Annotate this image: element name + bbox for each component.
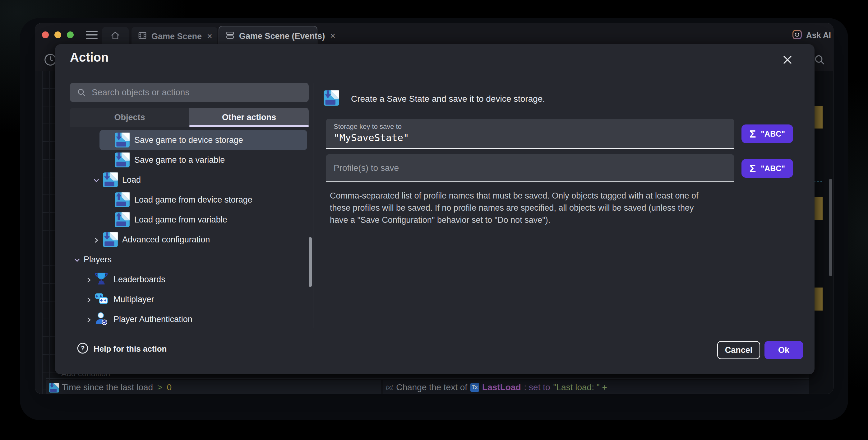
action-description: Create a Save State and save it to devic… [351, 94, 545, 104]
load-icon [114, 192, 130, 209]
tree-item-save-game-to-device-storage[interactable]: Save game to device storage [70, 131, 309, 150]
text-object-icon: Tx [470, 383, 479, 392]
save-icon [114, 132, 130, 149]
ok-button[interactable]: Ok [765, 341, 803, 359]
tree-item-label: Players [84, 255, 112, 264]
save-icon [102, 172, 119, 189]
tree-item-leaderboards[interactable]: Leaderboards [70, 271, 309, 289]
tab-objects[interactable]: Objects [70, 108, 189, 127]
event-row-divider [46, 378, 809, 379]
search-icon[interactable] [814, 54, 826, 66]
ask-ai-label: Ask AI [806, 30, 831, 40]
gamepad-icon [94, 291, 108, 307]
save-icon [102, 232, 119, 249]
selected-event-block [813, 106, 823, 128]
chevron-right-icon[interactable] [86, 297, 92, 303]
field-help-text: Comma-separated list of profile names th… [330, 190, 712, 226]
condition-value: 0 [167, 382, 172, 392]
tree-item-label: Load [122, 175, 141, 185]
tab-home[interactable] [102, 27, 129, 46]
traffic-light-close[interactable] [42, 31, 49, 38]
search-icon [77, 88, 86, 97]
tree-item-label: Save game to device storage [134, 135, 243, 145]
scene-icon [138, 31, 147, 42]
tree-item-label: Player Authentication [114, 315, 192, 324]
action-set-to: : set to [524, 382, 550, 392]
action-text-line: txt Change the text of Tx LastLoad : set… [386, 382, 607, 392]
tree-item-players[interactable]: Players [70, 251, 309, 269]
tree-item-advanced-configuration[interactable]: Advanced configuration [70, 231, 309, 250]
person-icon [94, 311, 108, 327]
action-object-name: LastLoad [482, 382, 521, 392]
selected-event-block [813, 288, 823, 311]
cancel-button[interactable]: Cancel [717, 341, 760, 359]
help-for-action-link[interactable]: ? Help for this action [77, 342, 167, 355]
storage-key-input[interactable] [334, 132, 719, 143]
tab-game-scene-events[interactable]: Game Scene (Events) ✕ [219, 26, 317, 46]
sigma-icon: Σ [749, 163, 756, 175]
tree-item-label: Multiplayer [114, 295, 154, 304]
question-icon: ? [77, 342, 89, 355]
tree-item-label: Load game from device storage [134, 195, 252, 205]
event-condition-cell[interactable]: Time since the last load > 0 [46, 380, 381, 393]
condition-text: Time since the last load [62, 382, 153, 392]
home-icon [111, 30, 120, 42]
tree-item-multiplayer[interactable]: Multiplayer [70, 291, 309, 309]
event-action-cell[interactable]: txt Change the text of Tx LastLoad : set… [383, 380, 809, 393]
tree-item-label: Save game to a variable [134, 155, 225, 165]
tree-item-load[interactable]: Load [70, 171, 309, 190]
traffic-light-minimize[interactable] [54, 31, 61, 38]
list-scrollbar-thumb[interactable] [309, 237, 312, 287]
chevron-right-icon[interactable] [93, 237, 100, 244]
field-label: Storage key to save to [334, 123, 402, 131]
tree-item-load-game-from-variable[interactable]: Load game from variable [70, 211, 309, 230]
chevron-down-icon[interactable] [93, 177, 100, 184]
profiles-field[interactable]: Profile(s) to save [326, 154, 734, 182]
tree-item-label: Load game from variable [134, 215, 227, 225]
tree-item-save-game-to-a-variable[interactable]: Save game to a variable [70, 151, 309, 170]
tab-other-actions[interactable]: Other actions [189, 108, 309, 127]
ask-ai-button[interactable]: Ask AI [792, 30, 831, 41]
field-label: Profile(s) to save [334, 154, 399, 181]
tree-item-label: Advanced configuration [122, 235, 210, 244]
abc-label: "ABC" [761, 164, 785, 173]
vertical-scrollbar-thumb[interactable] [829, 179, 832, 276]
save-icon [323, 90, 340, 107]
tab-game-scene[interactable]: Game Scene ✕ [131, 27, 217, 46]
robot-icon [792, 29, 802, 41]
trophy-icon [94, 271, 108, 287]
tab-label: Game Scene (Events) [239, 31, 325, 41]
sigma-icon: Σ [749, 128, 756, 140]
actions-tree: Save game to device storageSave game to … [70, 127, 309, 330]
save-icon [49, 382, 59, 393]
expression-editor-button[interactable]: Σ "ABC" [741, 159, 793, 178]
svg-text:?: ? [81, 345, 85, 352]
tree-item-player-authentication[interactable]: Player Authentication [70, 311, 309, 329]
close-icon[interactable] [781, 53, 794, 67]
tree-item-label: Leaderboards [114, 275, 165, 285]
action-dialog: Action Objects Other actions Save game t… [55, 44, 814, 374]
load-icon [114, 212, 130, 229]
tab-label: Game Scene [151, 32, 202, 41]
traffic-light-maximize[interactable] [67, 31, 74, 38]
text-action-icon: txt [386, 383, 393, 391]
panel-divider [313, 83, 313, 328]
close-tab-icon[interactable]: ✕ [207, 32, 212, 40]
action-string-value: "Last load: " + [553, 382, 607, 392]
search-input[interactable] [86, 87, 309, 97]
drop-indicator [814, 169, 822, 182]
condition-operator: > [155, 382, 164, 392]
help-label: Help for this action [94, 344, 167, 354]
selected-event-block [813, 197, 823, 220]
close-tab-icon[interactable]: ✕ [330, 32, 336, 40]
save-icon [114, 152, 130, 169]
storage-key-field[interactable]: Storage key to save to [326, 119, 734, 149]
chevron-right-icon[interactable] [86, 276, 92, 284]
chevron-down-icon[interactable] [74, 257, 81, 264]
action-text: Change the text of [396, 382, 467, 392]
chevron-right-icon[interactable] [86, 317, 92, 323]
expression-editor-button[interactable]: Σ "ABC" [741, 124, 793, 143]
tree-item-load-game-from-device-storage[interactable]: Load game from device storage [70, 191, 309, 210]
menu-icon[interactable] [86, 31, 98, 39]
tab-label: Objects [114, 113, 145, 122]
